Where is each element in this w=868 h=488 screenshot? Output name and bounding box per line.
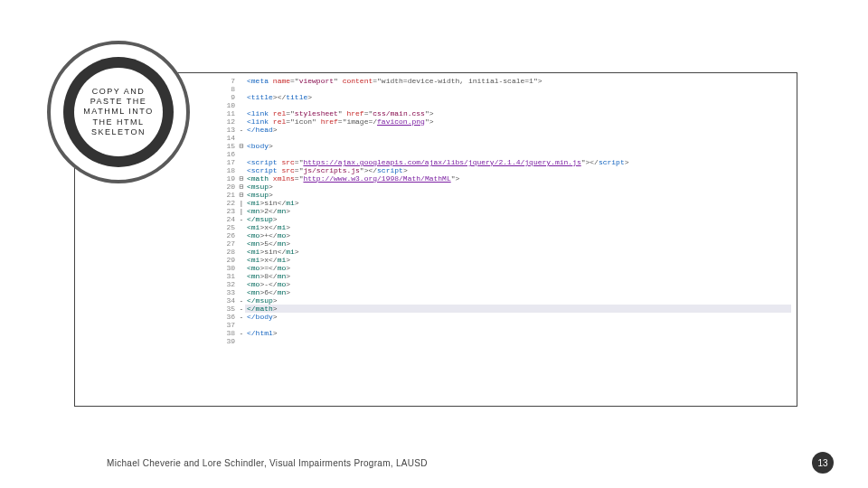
code-line: 34-</msup> xyxy=(222,296,791,305)
badge-center: COPY AND PASTE THE MATHML INTO THE HTML … xyxy=(74,68,163,156)
code-content: <math xmlns="http://www.w3.org/1998/Math… xyxy=(245,174,791,183)
line-number: 16 xyxy=(222,150,238,158)
code-line: 33 <mn>6</mn> xyxy=(222,288,791,296)
line-number: 11 xyxy=(222,109,238,117)
code-line: 10 xyxy=(222,101,791,109)
line-number: 8 xyxy=(222,85,238,93)
line-number: 12 xyxy=(222,117,238,126)
line-number: 39 xyxy=(222,337,238,345)
line-number: 21 xyxy=(222,191,238,199)
badge-title: COPY AND PASTE THE MATHML INTO THE HTML … xyxy=(74,81,163,143)
code-line: 17 <script src="https://ajax.googleapis.… xyxy=(222,158,791,166)
line-number: 24 xyxy=(222,215,238,223)
code-line: 19⊟ <math xmlns="http://www.w3.org/1998/… xyxy=(222,174,791,183)
code-content: <mi>sin</mi> xyxy=(245,248,791,256)
title-badge: COPY AND PASTE THE MATHML INTO THE HTML … xyxy=(47,41,190,183)
code-line: 27 <mn>5</mn> xyxy=(222,239,791,248)
code-line: 36-</body> xyxy=(222,313,791,321)
line-number: 26 xyxy=(222,231,238,239)
fold-marker: - xyxy=(238,305,245,313)
fold-marker: ⊟ xyxy=(238,191,245,199)
fold-marker: ⊟ xyxy=(238,174,245,183)
line-number: 23 xyxy=(222,207,238,215)
code-line: 29 <mi>x</mi> xyxy=(222,256,791,264)
code-content: <mn>5</mn> xyxy=(245,239,791,248)
code-content: <link rel="icon" href="image=/favicon.pn… xyxy=(245,117,791,126)
code-content: <mn>6</mn> xyxy=(245,288,791,296)
line-number: 14 xyxy=(222,134,238,142)
code-line: 20⊟<msup> xyxy=(222,183,791,191)
code-line: 39 xyxy=(222,337,791,345)
fold-marker: - xyxy=(238,329,245,337)
line-number: 20 xyxy=(222,183,238,191)
line-number: 35 xyxy=(222,305,238,313)
code-content: <script src="js/scripts.js"></script> xyxy=(245,166,791,174)
code-content: <mo>+</mo> xyxy=(245,231,791,239)
code-content: <title></title> xyxy=(245,93,791,101)
line-number: 29 xyxy=(222,256,238,264)
code-content: <mn>2</mn> xyxy=(245,207,791,215)
line-number: 15 xyxy=(222,142,238,150)
code-line: 32 <mo>-</mo> xyxy=(222,280,791,288)
code-line: 7 <meta name="viewport" content="width=d… xyxy=(222,77,791,85)
code-content: <msup> xyxy=(245,183,791,191)
line-number: 28 xyxy=(222,248,238,256)
line-number: 19 xyxy=(222,174,238,183)
fold-marker: | xyxy=(238,199,245,207)
code-line: 31 <mn>8</mn> xyxy=(222,272,791,280)
line-number: 7 xyxy=(222,77,238,85)
code-line: 11 <link rel="stylesheet" href="css/main… xyxy=(222,109,791,117)
fold-marker: ⊟ xyxy=(238,183,245,191)
page-number: 13 xyxy=(812,452,834,474)
code-line: 28 <mi>sin</mi> xyxy=(222,248,791,256)
code-content: </html> xyxy=(245,329,791,337)
code-line: 8 xyxy=(222,85,791,93)
fold-marker: - xyxy=(238,313,245,321)
code-line: 16 xyxy=(222,150,791,158)
code-line: 23| <mn>2</mn> xyxy=(222,207,791,215)
code-content: <mn>8</mn> xyxy=(245,272,791,280)
code-line: 30 <mo>=</mo> xyxy=(222,264,791,272)
code-content: </head> xyxy=(245,126,791,134)
code-content: </msup> xyxy=(245,296,791,305)
code-line: 15⊟<body> xyxy=(222,142,791,150)
line-number: 18 xyxy=(222,166,238,174)
fold-marker: - xyxy=(238,215,245,223)
line-number: 32 xyxy=(222,280,238,288)
footer-credit: Michael Cheverie and Lore Schindler, Vis… xyxy=(107,458,428,468)
line-number: 37 xyxy=(222,321,238,329)
code-content: <mi>x</mi> xyxy=(245,256,791,264)
code-line: 21⊟ <msup> xyxy=(222,191,791,199)
fold-marker: ⊟ xyxy=(238,142,245,150)
line-number: 31 xyxy=(222,272,238,280)
line-number: 13 xyxy=(222,126,238,134)
code-content: </body> xyxy=(245,313,791,321)
code-line: 25 <mi>x</mi> xyxy=(222,223,791,231)
code-line: 22| <mi>sin</mi> xyxy=(222,199,791,207)
fold-marker: | xyxy=(238,207,245,215)
code-content: <meta name="viewport" content="width=dev… xyxy=(245,77,791,85)
code-content: <mi>sin</mi> xyxy=(245,199,791,207)
line-number: 38 xyxy=(222,329,238,337)
code-content: <mo>-</mo> xyxy=(245,280,791,288)
line-number: 36 xyxy=(222,313,238,321)
code-line: 18 <script src="js/scripts.js"></script> xyxy=(222,166,791,174)
code-content: <msup> xyxy=(245,191,791,199)
code-content: <script src="https://ajax.googleapis.com… xyxy=(245,158,791,166)
code-content: </msup> xyxy=(245,215,791,223)
code-line: 38-</html> xyxy=(222,329,791,337)
fold-marker: - xyxy=(238,126,245,134)
code-line: 14 xyxy=(222,134,791,142)
line-number: 34 xyxy=(222,296,238,305)
code-editor-screenshot: 7 <meta name="viewport" content="width=d… xyxy=(222,77,791,345)
line-number: 9 xyxy=(222,93,238,101)
line-number: 17 xyxy=(222,158,238,166)
code-line: 13-</head> xyxy=(222,126,791,134)
line-number: 22 xyxy=(222,199,238,207)
line-number: 30 xyxy=(222,264,238,272)
code-line: 26 <mo>+</mo> xyxy=(222,231,791,239)
line-number: 10 xyxy=(222,101,238,109)
code-content: <mi>x</mi> xyxy=(245,223,791,231)
code-content: <link rel="stylesheet" href="css/main.cs… xyxy=(245,109,791,117)
code-line: 24- </msup> xyxy=(222,215,791,223)
